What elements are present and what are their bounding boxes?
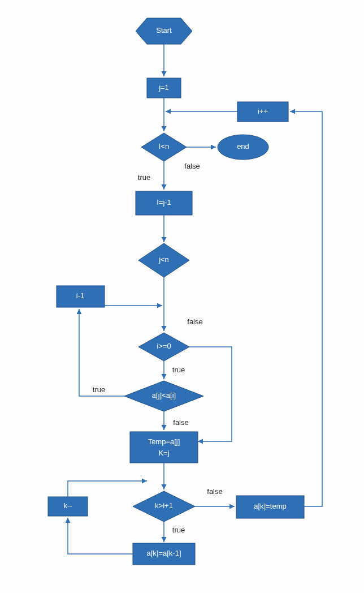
node-ak-temp: a[k]=temp <box>236 496 304 518</box>
node-cond-I-lt-n: I<n <box>141 133 187 161</box>
label-k-dec: k-- <box>63 501 72 510</box>
label-start: Start <box>156 26 172 35</box>
edge-ajai-true <box>79 309 124 396</box>
label-cond-j-lt-n: j<n <box>158 255 169 264</box>
label-false-4: false <box>207 487 222 496</box>
node-cond-i-ge-0: i>=0 <box>138 333 189 361</box>
node-k-dec: k-- <box>48 497 88 516</box>
label-false-2: false <box>187 317 202 326</box>
edge-kdec-loop <box>68 481 147 497</box>
label-temp-line2: K=j <box>158 449 169 457</box>
label-cond-aj-lt-ai: a[j]<a[i] <box>152 391 176 399</box>
node-cond-k-gt-ip1: k>i+1 <box>133 491 195 522</box>
label-true-3: true <box>93 385 105 394</box>
node-temp-assign: Temp=a[j] K=j <box>130 432 198 463</box>
edge-aktemp-inc <box>290 111 322 506</box>
node-start: Start <box>136 18 192 44</box>
label-ak-temp: a[k]=temp <box>254 502 286 510</box>
label-false-1: false <box>184 162 200 170</box>
node-init-j: j=1 <box>147 78 181 98</box>
label-init-j: j=1 <box>158 83 169 92</box>
edge-shift-kdec <box>68 518 133 554</box>
label-ak-shift: a[k]=a[k-1] <box>146 549 181 557</box>
label-assign-I: I=j-1 <box>157 198 171 207</box>
node-ak-shift: a[k]=a[k-1] <box>133 543 195 565</box>
label-true-2: true <box>172 366 185 374</box>
label-false-3: false <box>173 418 188 427</box>
node-end: end <box>218 135 268 160</box>
label-true-1: true <box>138 173 150 182</box>
label-true-4: true <box>172 526 185 534</box>
node-cond-j-lt-n: j<n <box>138 243 189 277</box>
label-cond-I-lt-n: I<n <box>159 142 169 151</box>
label-inc-i: i++ <box>258 107 268 115</box>
label-cond-k-gt-ip1: k>i+1 <box>155 501 173 510</box>
node-cond-aj-lt-ai: a[j]<a[i] <box>124 381 203 411</box>
node-inc-i: i++ <box>237 102 288 122</box>
label-end: end <box>237 142 249 151</box>
label-i-minus-1: i-1 <box>76 291 84 300</box>
label-temp-line1: Temp=a[j] <box>148 437 180 446</box>
node-i-minus-1: i-1 <box>57 286 105 307</box>
label-cond-i-ge-0: i>=0 <box>157 342 171 350</box>
node-assign-I: I=j-1 <box>136 191 192 215</box>
svg-rect-10 <box>130 432 198 463</box>
